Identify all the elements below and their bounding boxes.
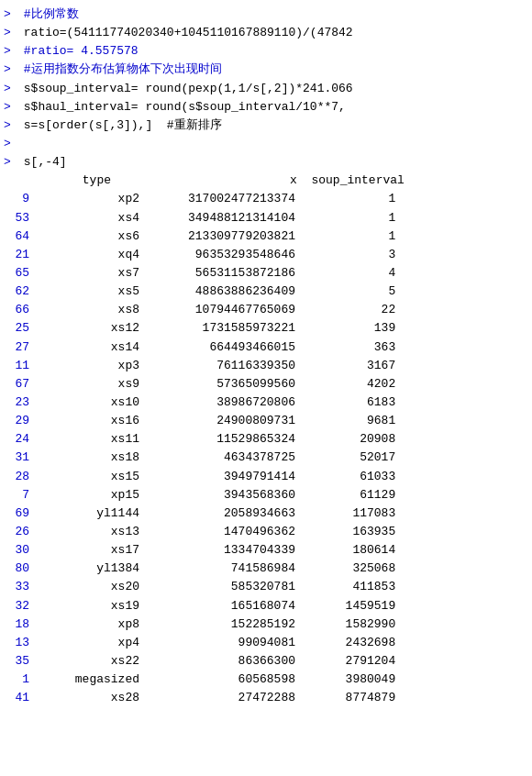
- line-code-order: > s=s[order(s[,3]),] #重新排序: [0, 116, 532, 135]
- prompt: >: [4, 61, 17, 79]
- line-code-s: > s[,-4]: [0, 153, 532, 172]
- line-blank: >: [0, 135, 532, 153]
- prompt: >: [4, 116, 17, 135]
- line-code-ratio: > ratio=(54111774020340+1045110167889110…: [0, 24, 532, 42]
- table-row: 30 xs17 1334704339 180614: [0, 541, 532, 560]
- table-row: 11 xp3 76116339350 3167: [0, 357, 532, 375]
- table-row: 24 xs11 11529865324 20908: [0, 430, 532, 449]
- table-row: 65 xs7 56531153872186 4: [0, 264, 532, 283]
- line-code-soup: > s$soup_interval= round(pexp(1,1/s[,2])…: [0, 80, 532, 98]
- table-row: 35 xs22 86366300 2791204: [0, 652, 532, 671]
- code-text: s[,-4]: [17, 153, 67, 172]
- table-row: 23 xs10 38986720806 6183: [0, 394, 532, 412]
- prompt: >: [4, 153, 17, 172]
- table-row: 33 xs20 585320781 411853: [0, 578, 532, 596]
- table-row: 1 megasized 60568598 3980049: [0, 671, 532, 689]
- code-text: s$haul_interval= round(s$soup_interval/1…: [17, 98, 346, 116]
- table-row: 28 xs15 3949791414 61033: [0, 468, 532, 486]
- table-row: 32 xs19 165168074 1459519: [0, 597, 532, 615]
- comment-text: #运用指数分布估算物体下次出现时间: [17, 61, 222, 79]
- table-row: 67 xs9 57365099560 4202: [0, 375, 532, 394]
- table-row: 69 yl1144 2058934663 117083: [0, 504, 532, 523]
- table-row: 26 xs13 1470496362 163935: [0, 523, 532, 541]
- prompt: >: [4, 42, 17, 61]
- prompt: >: [4, 98, 17, 116]
- table-row: 25 xs12 1731585973221 139: [0, 319, 532, 338]
- table-header: type x soup_interval: [0, 172, 532, 190]
- comment-text: #ratio= 4.557578: [17, 42, 139, 61]
- table-row: 18 xp8 152285192 1582990: [0, 615, 532, 634]
- table-row: 62 xs5 48863886236409 5: [0, 283, 532, 301]
- table-row: 27 xs14 664493466015 363: [0, 338, 532, 357]
- prompt: >: [4, 24, 17, 42]
- table-row: 29 xs16 24900809731 9681: [0, 412, 532, 430]
- table-row: 41 xs28 27472288 8774879: [0, 689, 532, 707]
- table-row: 31 xs18 4634378725 52017: [0, 449, 532, 467]
- table-body: 9 xp2 317002477213374 1 53 xs4 349488121…: [0, 190, 532, 707]
- prompt: >: [4, 135, 17, 153]
- line-comment-ratio-val: > #ratio= 4.557578: [0, 42, 532, 61]
- line-code-haul: > s$haul_interval= round(s$soup_interval…: [0, 98, 532, 116]
- table-row: 66 xs8 10794467765069 22: [0, 301, 532, 319]
- table-row: 7 xp15 3943568360 61129: [0, 486, 532, 504]
- table-row: 80 yl1384 741586984 325068: [0, 560, 532, 578]
- header-text: type x soup_interval: [4, 172, 405, 190]
- comment-text: #比例常数: [17, 6, 79, 24]
- line-comment-1: > #比例常数: [0, 6, 532, 24]
- table-row: 64 xs6 213309779203821 1: [0, 227, 532, 246]
- table-row: 53 xs4 349488121314104 1: [0, 209, 532, 227]
- prompt: >: [4, 80, 17, 98]
- table-row: 21 xq4 96353293548646 3: [0, 246, 532, 264]
- line-comment-desc: > #运用指数分布估算物体下次出现时间: [0, 61, 532, 79]
- table-row: 9 xp2 317002477213374 1: [0, 190, 532, 208]
- code-text: s$soup_interval= round(pexp(1,1/s[,2])*2…: [17, 80, 353, 98]
- code-text: s=s[order(s[,3]),] #重新排序: [17, 116, 222, 135]
- table-row: 13 xp4 99094081 2432698: [0, 634, 532, 652]
- code-text: ratio=(54111774020340+1045110167889110)/…: [17, 24, 353, 42]
- console: > #比例常数 > ratio=(54111774020340+10451101…: [0, 0, 532, 776]
- prompt: >: [4, 6, 17, 24]
